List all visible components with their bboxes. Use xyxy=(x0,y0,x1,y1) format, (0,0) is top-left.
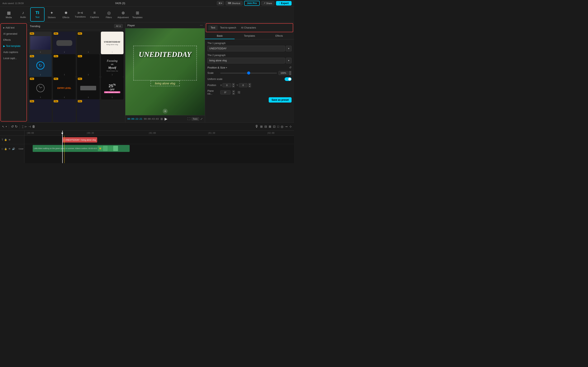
tool-templates[interactable]: ⊞ Templates xyxy=(130,7,145,22)
shortcut-btn[interactable]: ⌨ Shortcut xyxy=(226,1,242,5)
scale-input[interactable] xyxy=(278,71,288,75)
tool-filters[interactable]: ◎ Filters xyxy=(102,7,116,22)
fullscreen-icon[interactable]: ⛶ xyxy=(187,117,190,120)
tl-icon4[interactable]: ⊡ xyxy=(273,125,276,128)
template-card-6[interactable]: Pro ↓ xyxy=(53,54,76,77)
tl-icon5[interactable]: □ xyxy=(277,125,279,128)
right-tab-ai[interactable]: AI Characters xyxy=(239,25,259,30)
template-card-15[interactable]: Pro xyxy=(77,99,100,122)
save-preset-btn[interactable]: Save as preset xyxy=(269,97,292,103)
undo-btn[interactable]: ↺ xyxy=(11,125,14,128)
template-card-uneditedday[interactable]: UNEDITEDDAY living alone vlog ↓ xyxy=(101,32,123,54)
mic-btn[interactable]: 🎙 xyxy=(255,124,259,129)
export-btn[interactable]: ↑ Export xyxy=(276,1,292,6)
video-lock-icon[interactable]: 🔒 xyxy=(4,148,7,150)
right-tab-text[interactable]: Text xyxy=(208,25,218,30)
arrow-icon: ▶ xyxy=(3,27,5,29)
link-icon[interactable]: ⛓ xyxy=(237,91,240,94)
template-card-14[interactable]: Pro xyxy=(53,99,76,122)
pos-y-down-btn[interactable]: ▼ xyxy=(248,85,251,87)
sub-tab-templates[interactable]: Templates xyxy=(234,33,264,39)
sidebar-item-auto-captions[interactable]: Auto captions xyxy=(2,49,26,55)
redo-btn[interactable]: ↻ xyxy=(15,125,17,128)
sidebar-item-effects[interactable]: Effects xyxy=(2,37,26,43)
reset-icon[interactable]: ↺ xyxy=(289,66,292,69)
split-tool[interactable]: ⌶ xyxy=(22,125,24,128)
template-card-5[interactable]: Pro ↻ ↓ xyxy=(29,54,52,77)
play-btn[interactable]: ▶ xyxy=(164,117,167,121)
tool-adjustment[interactable]: ⊕ Adjustment xyxy=(116,7,130,22)
tl-icon1[interactable]: ⊞ xyxy=(260,125,263,128)
tool-text[interactable]: TI Text xyxy=(30,7,44,22)
delete-tool[interactable]: 🗑 xyxy=(32,125,35,128)
lock-icon[interactable]: 🔒 xyxy=(4,138,7,141)
tl-icon2[interactable]: ⊟ xyxy=(264,125,267,128)
template-card-1[interactable]: Pro ↓ xyxy=(29,32,52,54)
crop-tool[interactable]: ⊢ xyxy=(25,125,27,128)
template-card-entry[interactable]: Pro ENTRY LEVEL ↓ xyxy=(53,77,76,100)
tool-audio[interactable]: ♪ Audio xyxy=(16,7,30,22)
storyboard-icon[interactable]: ⊞ xyxy=(160,117,163,120)
ruler-mark-100: |01:00 xyxy=(148,132,156,134)
rot-up-btn[interactable]: ▲ xyxy=(232,90,235,92)
ratio-btn[interactable]: Ratio xyxy=(191,117,199,121)
tool-media[interactable]: ▦ Media xyxy=(2,7,16,22)
tool-transitions[interactable]: ⊳⊲ Transitions xyxy=(73,7,87,22)
sub-tab-basic[interactable]: Basic xyxy=(205,33,234,39)
join-pro-btn[interactable]: Join Pro xyxy=(244,1,260,6)
template-card-7[interactable]: Pro ↓ xyxy=(77,54,100,77)
template-card-focusing[interactable]: Focusing on Myself ·lifestyle beauty vlo… xyxy=(101,54,123,77)
select-tool[interactable]: ↖ xyxy=(2,125,4,128)
template-card-bar[interactable]: Pro ↓ xyxy=(77,77,100,100)
tl-icon7[interactable]: ⊸ xyxy=(285,125,288,128)
share-btn[interactable]: ↗ Share xyxy=(261,1,274,5)
filter-btn[interactable]: All ⊟ xyxy=(114,24,123,28)
sidebar-item-local-captions[interactable]: Local capti... xyxy=(2,55,26,61)
template-card-clock[interactable]: Pro ↓ xyxy=(29,77,52,100)
pos-x-input[interactable] xyxy=(223,83,231,87)
video-audio-icon[interactable]: 🔊 xyxy=(12,147,15,150)
tl-icon3[interactable]: ⊠ xyxy=(269,125,271,128)
paragraph1-dropdown[interactable]: ▾ xyxy=(286,46,292,51)
template-card-13[interactable]: Pro xyxy=(29,99,52,122)
download-icon: ↓ xyxy=(64,73,65,76)
scale-down-btn[interactable]: ▼ xyxy=(289,73,292,75)
sub-tab-effects[interactable]: Effects xyxy=(264,33,294,39)
playback-indicator[interactable]: ⟲ xyxy=(163,109,168,114)
paragraph2-input[interactable] xyxy=(208,58,285,63)
scale-up-btn[interactable]: ▲ xyxy=(289,71,292,73)
video-visibility-icon[interactable]: 👁 xyxy=(8,147,11,150)
uniform-scale-toggle[interactable] xyxy=(285,77,292,81)
plane-rot-input[interactable] xyxy=(220,90,231,94)
tl-settings-icon[interactable]: ⊹ xyxy=(289,125,292,128)
expand-icon[interactable]: ⤢ xyxy=(200,117,203,120)
tool-captions[interactable]: ≡ Captions xyxy=(87,7,102,22)
template-card-sale[interactable]: 25% OFF GET YOURS TODAY ↓ xyxy=(101,77,123,100)
tool-stickers[interactable]: ✦ Stickers xyxy=(44,7,59,22)
player-menu-icon[interactable]: ⋯ xyxy=(200,24,203,27)
pos-x-down-btn[interactable]: ▼ xyxy=(232,85,235,87)
paragraph2-dropdown[interactable]: ▾ xyxy=(286,58,292,63)
pos-y-up-btn[interactable]: ▲ xyxy=(248,83,251,85)
rot-down-btn[interactable]: ▼ xyxy=(232,92,235,95)
tl-icon6[interactable]: ◎ xyxy=(281,125,283,128)
template-card-3[interactable]: Pro ↓ xyxy=(77,32,100,54)
paragraph1-input[interactable] xyxy=(208,46,285,51)
pos-y-input[interactable] xyxy=(239,83,247,87)
select-dropdown-btn[interactable]: ▾ xyxy=(6,125,7,128)
tool-effects[interactable]: ✸ Effects xyxy=(59,7,73,22)
sidebar-item-text-template[interactable]: ▶ Text template xyxy=(2,43,26,49)
scale-slider[interactable] xyxy=(220,73,277,73)
right-tab-tts[interactable]: Text-to-speech xyxy=(218,25,239,30)
sidebar-item-ai-generated[interactable]: AI generated xyxy=(2,31,26,37)
sidebar-item-add-text[interactable]: ▶ Add text xyxy=(2,25,26,31)
grid-view-btn[interactable]: ⊞ ▾ xyxy=(217,1,224,5)
visibility-icon[interactable]: 👁 xyxy=(8,138,11,141)
autosave-label: Auto saved: 11:39:59 xyxy=(2,2,24,4)
extend-tool[interactable]: ⊣ xyxy=(28,125,31,128)
pos-x-up-btn[interactable]: ▲ xyxy=(232,83,235,85)
video-track-clip[interactable]: Little kitten walking on the green grass… xyxy=(33,145,130,152)
text-track-clip[interactable]: ≡ UNEDITEDDAY / living alone vlog xyxy=(62,137,97,142)
ruler-mark-130: |01:30 xyxy=(208,132,215,134)
template-card-2[interactable]: Pro ↓ xyxy=(53,32,76,54)
